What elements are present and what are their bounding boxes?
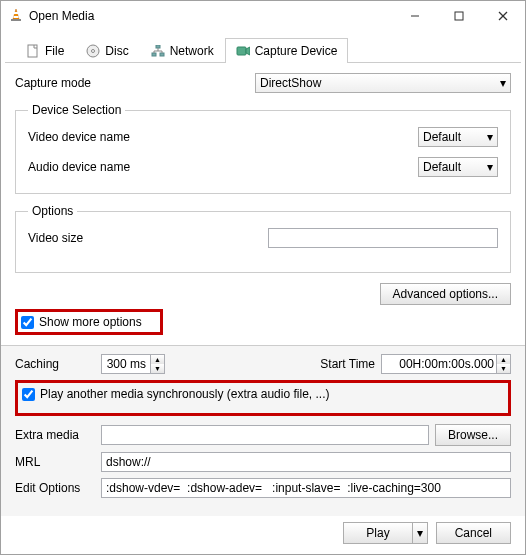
chevron-down-icon: ▾ [417, 526, 423, 540]
video-size-input[interactable] [268, 228, 498, 248]
browse-label: Browse... [448, 428, 498, 442]
svg-rect-13 [160, 53, 164, 56]
advanced-options-button[interactable]: Advanced options... [380, 283, 511, 305]
show-more-options-label: Show more options [39, 315, 142, 329]
tab-capture-device[interactable]: Capture Device [225, 38, 349, 63]
edit-options-input[interactable] [101, 478, 511, 498]
capture-mode-value: DirectShow [260, 76, 321, 90]
tab-file-label: File [45, 44, 64, 58]
svg-rect-12 [152, 53, 156, 56]
tab-disc[interactable]: Disc [75, 38, 139, 63]
start-time-spinbox[interactable]: 00H:00m:00s.000 ▲▼ [381, 354, 511, 374]
advanced-options-label: Advanced options... [393, 287, 498, 301]
mrl-label: MRL [15, 455, 95, 469]
svg-rect-18 [237, 47, 246, 55]
spin-down-icon[interactable]: ▼ [496, 364, 510, 373]
vlc-icon [9, 8, 23, 25]
video-device-value: Default [423, 130, 461, 144]
titlebar: Open Media [1, 1, 525, 31]
start-time-label: Start Time [320, 357, 375, 371]
play-label: Play [366, 526, 389, 540]
svg-rect-2 [14, 16, 19, 18]
disc-icon [86, 44, 100, 58]
minimize-button[interactable] [393, 2, 437, 30]
spin-up-icon[interactable]: ▲ [150, 355, 164, 364]
options-legend: Options [28, 204, 77, 218]
caching-value: 300 ms [107, 357, 146, 371]
window-title: Open Media [29, 9, 393, 23]
maximize-button[interactable] [437, 2, 481, 30]
mrl-input[interactable] [101, 452, 511, 472]
svg-marker-19 [246, 47, 250, 55]
show-more-options-checkbox[interactable]: Show more options [21, 315, 142, 329]
video-size-label: Video size [28, 231, 268, 245]
close-button[interactable] [481, 2, 525, 30]
show-more-options-input[interactable] [21, 316, 34, 329]
device-selection-legend: Device Selection [28, 103, 125, 117]
play-split-button[interactable]: Play ▾ [343, 522, 427, 544]
tabs: File Disc Network Capture Device [5, 31, 521, 63]
chevron-down-icon: ▾ [500, 76, 506, 90]
svg-rect-8 [28, 45, 37, 57]
capture-icon [236, 44, 250, 58]
tab-file[interactable]: File [15, 38, 75, 63]
tab-network-label: Network [170, 44, 214, 58]
svg-rect-5 [455, 12, 463, 20]
caching-spinbox[interactable]: 300 ms ▲▼ [101, 354, 165, 374]
audio-device-select[interactable]: Default ▾ [418, 157, 498, 177]
svg-point-10 [92, 50, 95, 53]
tab-disc-label: Disc [105, 44, 128, 58]
video-device-select[interactable]: Default ▾ [418, 127, 498, 147]
play-button[interactable]: Play [343, 522, 411, 544]
svg-rect-11 [156, 45, 160, 48]
capture-mode-select[interactable]: DirectShow ▾ [255, 73, 511, 93]
cancel-button[interactable]: Cancel [436, 522, 511, 544]
chevron-down-icon: ▾ [487, 160, 493, 174]
play-dropdown-button[interactable]: ▾ [412, 522, 428, 544]
browse-button[interactable]: Browse... [435, 424, 511, 446]
extra-media-label: Extra media [15, 428, 95, 442]
svg-rect-3 [11, 19, 21, 21]
play-sync-checkbox[interactable]: Play another media synchronously (extra … [22, 387, 504, 401]
audio-device-value: Default [423, 160, 461, 174]
start-time-value: 00H:00m:00s.000 [399, 357, 494, 371]
tab-capture-label: Capture Device [255, 44, 338, 58]
options-group: Options Video size [15, 204, 511, 273]
cancel-label: Cancel [455, 526, 492, 540]
spin-up-icon[interactable]: ▲ [496, 355, 510, 364]
network-icon [151, 44, 165, 58]
spin-down-icon[interactable]: ▼ [150, 364, 164, 373]
tab-network[interactable]: Network [140, 38, 225, 63]
file-icon [26, 44, 40, 58]
audio-device-label: Audio device name [28, 160, 418, 174]
svg-rect-1 [14, 12, 18, 14]
edit-options-label: Edit Options [15, 481, 95, 495]
play-sync-label: Play another media synchronously (extra … [40, 387, 329, 401]
caching-label: Caching [15, 357, 95, 371]
play-sync-input[interactable] [22, 388, 35, 401]
video-device-label: Video device name [28, 130, 418, 144]
capture-mode-label: Capture mode [15, 76, 255, 90]
extra-media-input[interactable] [101, 425, 429, 445]
device-selection-group: Device Selection Video device name Defau… [15, 103, 511, 194]
chevron-down-icon: ▾ [487, 130, 493, 144]
